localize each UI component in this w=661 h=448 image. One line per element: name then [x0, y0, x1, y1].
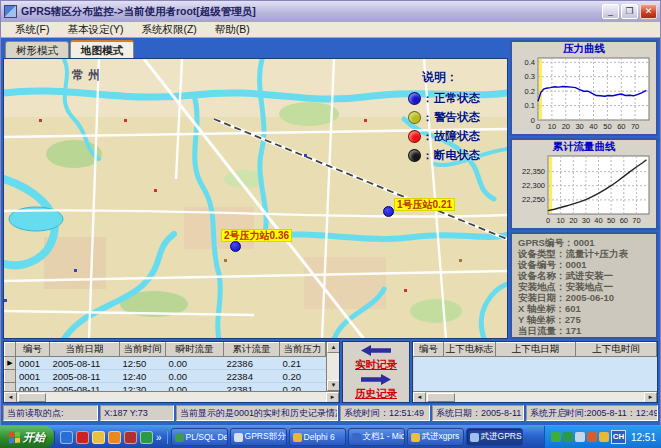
table-header-row: 编号 上下电标志 上下电日期 上下电时间: [414, 343, 657, 357]
menu-help[interactable]: 帮助(B): [207, 22, 258, 38]
status-system-date: 系统日期：2005-8-11: [432, 405, 524, 421]
ie-icon[interactable]: [60, 431, 73, 444]
svg-text:10: 10: [548, 122, 556, 131]
map-legend: 说明： ： 正常状态 ： 警告状态 ：: [408, 69, 505, 165]
station-1-marker[interactable]: [383, 206, 394, 217]
plsql-icon: [175, 433, 184, 442]
col-header[interactable]: 累计流量: [224, 343, 280, 357]
left-arrow-icon: [361, 345, 391, 356]
tab-map-mode[interactable]: 地图模式: [70, 40, 134, 58]
scroll-down-icon[interactable]: ▼: [327, 380, 339, 391]
messenger-status-icon[interactable]: [551, 432, 561, 442]
status-message: 当前显示的是0001的实时和历史记录情况!: [176, 405, 338, 421]
language-indicator[interactable]: CH: [611, 430, 626, 444]
messenger-icon[interactable]: [108, 431, 121, 444]
scroll-right-icon[interactable]: ►: [326, 392, 339, 403]
volume-icon[interactable]: [575, 432, 585, 442]
menu-basic-settings[interactable]: 基本设定(Y): [59, 22, 131, 38]
vertical-scrollbar[interactable]: ▲ ▼: [326, 342, 339, 391]
table-row[interactable]: 0001 2005-08-11 12:40 0.00 22384 0.20: [5, 370, 326, 383]
legend-item-normal: ： 正常状态: [408, 89, 505, 108]
table-row[interactable]: ▶ 0001 2005-08-11 12:50 0.00 22386 0.21: [5, 357, 326, 370]
task-delphi[interactable]: Delphi 6: [289, 428, 346, 446]
info-value: 安装地点一: [566, 281, 614, 292]
clock[interactable]: 12:51: [628, 432, 656, 443]
legend-item-power-off: ： 断电状态: [408, 146, 505, 165]
network-icon[interactable]: [587, 432, 597, 442]
col-header[interactable]: 当前压力: [280, 343, 326, 357]
cell: 0001: [16, 383, 50, 392]
pressure-chart-title: 压力曲线: [512, 42, 656, 55]
cell: 0.20: [280, 383, 326, 392]
folder-icon[interactable]: [92, 431, 105, 444]
task-buttons: PL/SQL Dev... GPRS部分.... Delphi 6 文档1 - …: [168, 428, 544, 446]
scroll-left-icon[interactable]: ◄: [413, 392, 426, 403]
scroll-right-icon[interactable]: ►: [644, 392, 657, 403]
svg-text:22,250: 22,250: [522, 195, 545, 204]
info-value: 171: [566, 325, 582, 336]
info-label: X 轴坐标：: [518, 303, 565, 314]
status-coordinates: X:187 Y:73: [100, 405, 174, 421]
task-plsql[interactable]: PL/SQL Dev...: [171, 428, 228, 446]
menu-system[interactable]: 系统(F): [7, 22, 57, 38]
start-button[interactable]: 开始: [0, 426, 54, 448]
col-header[interactable]: 瞬时流量: [166, 343, 224, 357]
scroll-up-icon[interactable]: ▲: [327, 342, 339, 353]
col-header[interactable]: 编号: [16, 343, 50, 357]
antivirus-icon[interactable]: [599, 432, 609, 442]
info-label: 安装地点：: [518, 281, 566, 292]
cell: 2005-08-11: [50, 357, 120, 370]
task-folder-xgprs[interactable]: 武进xgprs: [407, 428, 464, 446]
taskbar: 开始 » PL/SQL Dev... GPRS部分.... Delphi 6 文…: [0, 426, 661, 448]
mail-icon[interactable]: [124, 431, 137, 444]
info-value: 0001: [566, 259, 587, 270]
col-header[interactable]: 当前日期: [50, 343, 120, 357]
table-row[interactable]: 0001 2005-08-11 12:30 0.00 22381 0.20: [5, 383, 326, 392]
col-header[interactable]: 当前时间: [120, 343, 166, 357]
minimize-button[interactable]: _: [602, 4, 619, 19]
scrollbar-thumb[interactable]: [427, 393, 455, 402]
menu-permissions[interactable]: 系统权限(Z): [133, 22, 204, 38]
cell: 22386: [224, 357, 280, 370]
svg-text:30: 30: [582, 216, 590, 225]
tab-tree-mode[interactable]: 树形模式: [5, 41, 69, 58]
info-value: 流量计+压力表: [566, 248, 629, 259]
cell: 12:30: [120, 383, 166, 392]
map-view[interactable]: 常州 说明： ： 正常状态 ： 警告状态: [3, 58, 508, 339]
realtime-records-link[interactable]: 实时记录: [355, 359, 397, 370]
horizontal-scrollbar[interactable]: ◄ ►: [4, 391, 339, 402]
update-arrow-icon[interactable]: [563, 432, 573, 442]
info-label: 设备名称：: [518, 270, 566, 281]
col-header[interactable]: 上下电时间: [576, 343, 657, 357]
station-2-marker[interactable]: [230, 241, 241, 252]
station-1-label[interactable]: 1号压站0.21: [394, 198, 455, 211]
quick-launch: »: [54, 431, 168, 444]
restore-button[interactable]: ❐: [621, 4, 638, 19]
info-value: 0001: [573, 237, 594, 248]
task-word-doc[interactable]: 文档1 - Mic...: [348, 428, 405, 446]
history-records-link[interactable]: 历史记录: [355, 388, 397, 399]
media-player-icon[interactable]: [76, 431, 89, 444]
browser-icon[interactable]: [140, 431, 153, 444]
info-label: Y 轴坐标：: [518, 314, 565, 325]
horizontal-scrollbar[interactable]: ◄ ►: [413, 391, 657, 402]
col-header[interactable]: 上下电标志: [444, 343, 496, 357]
col-header[interactable]: 编号: [414, 343, 444, 357]
titlebar: GPRS辖区分布监控->当前使用者root[超级管理员] _ ❐ ✕: [1, 1, 660, 22]
task-wujin-gprs[interactable]: 武进GPRS...: [466, 428, 523, 446]
scrollbar-thumb[interactable]: [18, 393, 46, 402]
quick-launch-overflow-icon[interactable]: »: [156, 432, 162, 443]
legend-separator: ：: [422, 148, 433, 163]
app-window: GPRS辖区分布监控->当前使用者root[超级管理员] _ ❐ ✕ 系统(F)…: [0, 0, 661, 426]
legend-item-warning: ： 警告状态: [408, 108, 505, 127]
status-system-time: 系统时间：12:51:49: [340, 405, 430, 421]
task-gprs-doc[interactable]: GPRS部分....: [230, 428, 287, 446]
svg-text:0: 0: [546, 216, 550, 225]
close-button[interactable]: ✕: [640, 4, 657, 19]
svg-text:60: 60: [620, 216, 628, 225]
scroll-left-icon[interactable]: ◄: [4, 392, 17, 403]
station-2-label[interactable]: 2号压力站0.36: [221, 229, 292, 242]
col-header[interactable]: 上下电日期: [496, 343, 576, 357]
cell: 0001: [16, 357, 50, 370]
svg-text:10: 10: [556, 216, 564, 225]
